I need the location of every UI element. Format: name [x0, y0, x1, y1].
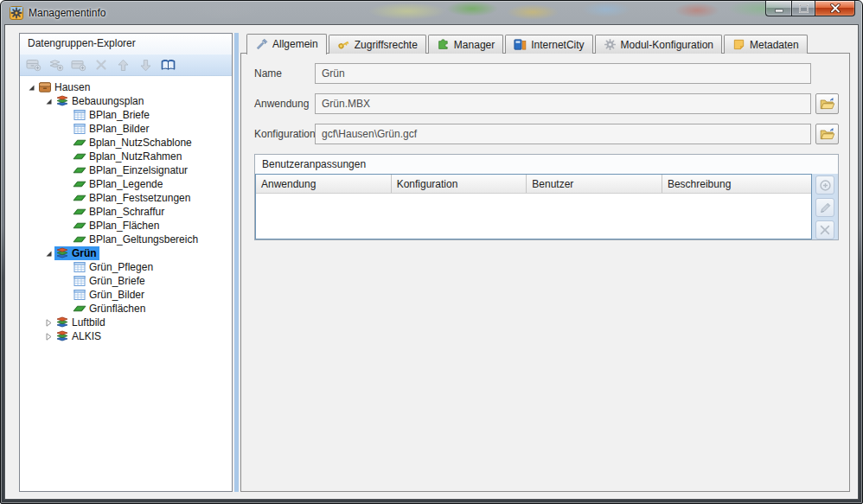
tab-zugriffsrechte[interactable]: Zugriffsrechte [329, 35, 426, 54]
name-input[interactable] [315, 63, 811, 84]
key-icon [337, 38, 350, 51]
customization-table-header: AnwendungKonfigurationBenutzerBeschreibu… [256, 175, 811, 194]
tree-node: BPlan_Bilder [72, 122, 151, 136]
minimize-button[interactable] [765, 0, 791, 16]
konfiguration-browse-button[interactable] [815, 124, 839, 144]
tree-item-label: BPlan_Festsetzungen [87, 192, 190, 204]
tree-node: ALKIS [54, 329, 104, 343]
expander-collapsed-icon[interactable] [42, 333, 54, 341]
tree-item-BPlan_Schraffur[interactable]: BPlan_Schraffur [20, 205, 232, 219]
tree-item-BPlan_Briefe[interactable]: BPlan_Briefe [20, 108, 232, 122]
tree-item-Bplan_NutzRahmen[interactable]: Bplan_NutzRahmen [20, 150, 232, 163]
benutzeranpassungen-body: AnwendungKonfigurationBenutzerBeschreibu… [255, 174, 838, 239]
tree-item-Grün_Briefe[interactable]: Grün_Briefe [20, 274, 232, 288]
tree-item-BPlan_Legende[interactable]: BPlan_Legende [20, 177, 232, 191]
tab-manager[interactable]: Manager [428, 35, 503, 54]
minimize-icon [775, 4, 783, 13]
tree-item-BPlan_Bilder[interactable]: BPlan_Bilder [20, 122, 232, 136]
book-icon [161, 59, 176, 72]
tree-node: Bplan_NutzRahmen [72, 150, 184, 163]
tree-node: Hausen [37, 80, 93, 94]
layer-icon [72, 136, 87, 150]
tree-item-label: BPlan_Geltungsbereich [87, 233, 198, 246]
tab-metadaten[interactable]: Metadaten [724, 35, 808, 54]
add-layer-group-button[interactable] [45, 55, 67, 74]
add-customization-button[interactable] [815, 175, 834, 195]
tree-item-ALKIS[interactable]: ALKIS [20, 329, 232, 343]
move-up-button[interactable] [112, 55, 134, 74]
tab-label: InternetCity [531, 39, 584, 51]
layer-icon [72, 233, 87, 246]
table-icon [72, 122, 87, 136]
name-row: Name [254, 63, 839, 84]
layers-icon [54, 316, 70, 329]
tree-item-label: BPlan_Flächen [87, 220, 159, 232]
delete-x-icon [95, 59, 107, 71]
arrow-up-icon [118, 59, 129, 72]
edit-customization-button[interactable] [815, 198, 834, 217]
tree-item-BPlan_Flächen[interactable]: BPlan_Flächen [20, 219, 232, 233]
plus-circle-icon [819, 179, 832, 192]
column-header-beschreibung[interactable]: Beschreibung [662, 175, 811, 193]
tree-node: Grünflächen [72, 302, 148, 316]
maximize-button[interactable] [791, 0, 815, 16]
tree-item-label: BPlan_Schraffur [87, 206, 164, 218]
pencil-icon [819, 201, 832, 214]
tree-item-label: ALKIS [70, 330, 101, 342]
folder-open-icon [820, 98, 835, 111]
tree-item-label: Grün_Briefe [87, 275, 145, 287]
tab-internetcity[interactable]: InternetCity [505, 35, 592, 54]
tree-item-Grünflächen[interactable]: Grünflächen [20, 302, 232, 316]
tree-item-Grün_Pflegen[interactable]: Grün_Pflegen [20, 260, 232, 274]
tree-item-Bplan_NutzSchablone[interactable]: Bplan_NutzSchablone [20, 136, 232, 150]
tree-item-Luftbild[interactable]: Luftbild [20, 316, 232, 329]
add-box-button[interactable] [67, 55, 89, 74]
tree-item-label: Hausen [53, 81, 90, 93]
expander-expanded-icon[interactable] [25, 84, 37, 92]
konfiguration-input[interactable] [315, 124, 811, 144]
table-icon [72, 108, 87, 122]
tree-item-BPlan_Einzelsignatur[interactable]: BPlan_Einzelsignatur [20, 163, 232, 177]
delete-button[interactable] [90, 55, 112, 74]
catalog-button[interactable] [157, 55, 179, 74]
tab-modul-konfiguration[interactable]: Modul-Konfiguration [595, 35, 722, 54]
tab-label: Modul-Konfiguration [621, 39, 713, 51]
customization-table[interactable]: AnwendungKonfigurationBenutzerBeschreibu… [255, 174, 812, 239]
tree-item-Grün_Bilder[interactable]: Grün_Bilder [20, 288, 232, 302]
anwendung-label: Anwendung [254, 98, 315, 110]
explorer-toolbar [20, 54, 232, 76]
cross-icon [819, 224, 831, 236]
tab-allgemein[interactable]: Allgemein [246, 34, 327, 54]
window-title: Managementinfo [29, 7, 105, 19]
konfiguration-row: Konfiguration [254, 124, 839, 144]
tree-item-Grün[interactable]: Grün [20, 246, 232, 260]
close-icon [830, 3, 841, 13]
column-header-konfiguration[interactable]: Konfiguration [392, 175, 527, 193]
tree-node: Bplan_NutzSchablone [72, 136, 195, 150]
column-header-benutzer[interactable]: Benutzer [527, 175, 662, 193]
panel-splitter[interactable] [233, 33, 240, 492]
customization-table-body[interactable] [256, 194, 811, 239]
expander-collapsed-icon[interactable] [42, 319, 54, 327]
expander-expanded-icon[interactable] [42, 98, 54, 105]
column-header-anwendung[interactable]: Anwendung [256, 175, 392, 193]
anwendung-browse-button[interactable] [815, 93, 839, 114]
expander-expanded-icon[interactable] [42, 250, 54, 258]
tree-item-label: Bebauungsplan [70, 95, 144, 107]
move-down-button[interactable] [135, 55, 157, 74]
tree-item-Hausen[interactable]: Hausen [20, 80, 232, 94]
anwendung-row: Anwendung [254, 93, 839, 114]
anwendung-input[interactable] [315, 93, 811, 114]
gear-app-icon [10, 6, 23, 20]
client-area: Datengruppen-Explorer HausenBebauungspla… [4, 24, 859, 500]
tab-label: Allgemein [272, 38, 318, 50]
delete-customization-button[interactable] [815, 220, 834, 239]
close-button[interactable] [815, 0, 855, 16]
add-datagroup-button[interactable] [22, 55, 44, 74]
titlebar[interactable]: Managementinfo [4, 1, 859, 24]
tree-item-BPlan_Geltungsbereich[interactable]: BPlan_Geltungsbereich [20, 233, 232, 246]
tree-item-label: Grün [70, 247, 97, 259]
tree-item-Bebauungsplan[interactable]: Bebauungsplan [20, 94, 232, 108]
tree-node: BPlan_Briefe [72, 108, 152, 122]
tree-item-BPlan_Festsetzungen[interactable]: BPlan_Festsetzungen [20, 191, 232, 205]
